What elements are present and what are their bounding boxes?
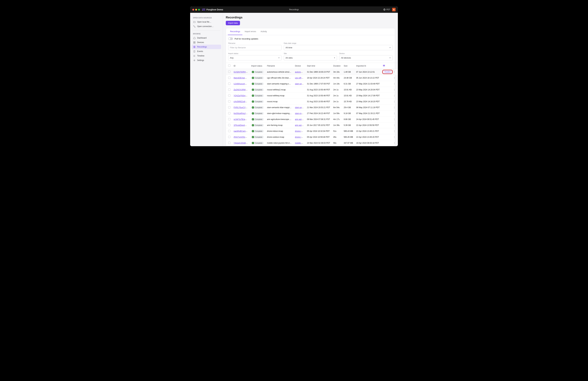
row-checkbox[interactable] <box>228 142 231 144</box>
sidebar-item-settings[interactable]: Settings <box>192 58 221 63</box>
minimize-window-button[interactable] <box>195 9 197 11</box>
sidebar-item-recordings[interactable]: Recordings <box>192 45 221 49</box>
recording-id-link[interactable]: UJxWAosvzhDzdXom <box>234 83 250 85</box>
column-duration[interactable]: Duration <box>332 63 342 69</box>
filter-site-select[interactable]: All sites ▼ <box>284 55 337 61</box>
filename-cell: mobile-robot-joystick-hill-climb.mcap <box>265 140 293 146</box>
user-avatar[interactable]: B <box>392 8 396 11</box>
device-link[interactable]: slam-seman… <box>295 106 305 109</box>
imported-cell: 22 Apr 2024 13:45:21 PDT <box>355 128 381 134</box>
column-device[interactable]: Device <box>293 63 305 69</box>
row-menu-icon[interactable]: ⋮ <box>393 130 396 133</box>
filter-device-select[interactable]: All devices ▼ <box>339 55 393 61</box>
filter-filename-input[interactable] <box>228 45 282 50</box>
column-imported[interactable]: Imported At <box>355 63 381 69</box>
row-menu-icon[interactable]: ⋮ <box>393 77 396 79</box>
tab-activity[interactable]: Activity <box>258 28 269 35</box>
tab-import-errors[interactable]: Import errors <box>242 28 258 35</box>
svg-rect-4 <box>194 42 195 42</box>
row-menu-icon[interactable]: ⋮ <box>393 83 396 85</box>
recording-id-link[interactable]: 1FKvskDwvdXcHnZw <box>234 124 250 126</box>
row-checkbox[interactable] <box>228 118 231 120</box>
sidebar-item-devices[interactable]: Devices <box>192 40 221 45</box>
row-checkbox[interactable] <box>228 89 231 91</box>
device-link[interactable]: drone-racin… <box>295 130 305 132</box>
row-checkbox[interactable] <box>228 70 231 73</box>
column-start[interactable]: Start time <box>305 63 332 69</box>
filter-device-label: Device <box>339 52 393 54</box>
filename-cell: slam-semantic-mapping-colosseum-… <box>265 81 293 87</box>
status-badge: ✓Complete <box>251 70 264 73</box>
recording-id-link[interactable]: htvSNzeRAqJpJNL3 <box>234 112 250 114</box>
sidebar-item-dashboard[interactable]: Dashboard <box>192 36 221 40</box>
close-window-button[interactable] <box>192 9 194 11</box>
row-menu-icon[interactable]: ⋮ <box>393 70 396 73</box>
column-size[interactable]: Size <box>342 63 355 69</box>
select-all-checkbox[interactable] <box>228 65 231 67</box>
row-menu-icon[interactable]: ⋮ <box>393 142 396 144</box>
recording-id-link[interactable]: cAvSW9ZJu8H9RgM3 <box>234 100 250 103</box>
chevron-down-icon: ▼ <box>389 47 391 48</box>
duration-cell: 4m 44s <box>332 75 342 81</box>
row-checkbox[interactable] <box>228 112 231 114</box>
device-link[interactable]: amr-agricult… <box>295 118 305 120</box>
check-icon: ✓ <box>252 118 254 120</box>
device-link[interactable]: mobile-robo… <box>295 142 305 144</box>
column-id[interactable]: ID <box>232 63 250 69</box>
recording-id-link[interactable]: 8jajyxEiEAqeWddZ <box>234 77 250 79</box>
device-link[interactable]: slam-seman… <box>295 83 305 85</box>
row-checkbox[interactable] <box>228 106 231 109</box>
columns-config-icon[interactable] <box>383 65 385 67</box>
device-link[interactable]: drone-racin… <box>295 136 305 138</box>
sidebar-item-open-connection[interactable]: Open connection… <box>192 24 221 29</box>
row-menu-icon[interactable]: ⋮ <box>393 112 396 115</box>
row-checkbox[interactable] <box>228 124 231 126</box>
row-menu-icon[interactable]: ⋮ <box>393 89 396 91</box>
column-status[interactable]: Import status <box>250 63 265 69</box>
device-link[interactable]: slam-rgbd-i… <box>295 112 305 114</box>
sidebar-item-open-local-file[interactable]: Open local file… <box>192 20 221 24</box>
recording-id-link[interactable]: Y4pgwCZDgB3gruTp <box>234 142 250 144</box>
row-checkbox[interactable] <box>228 100 231 103</box>
device-link[interactable]: ugv-offroad… <box>295 77 305 79</box>
device-link[interactable]: amr-agricult… <box>295 124 305 126</box>
poll-toggle[interactable] <box>228 37 233 40</box>
timezone-selector[interactable]: PDT <box>383 8 390 11</box>
row-checkbox[interactable] <box>228 136 231 138</box>
size-cell: 15.91 KB <box>342 93 355 99</box>
row-checkbox[interactable] <box>228 130 231 132</box>
row-checkbox[interactable] <box>228 77 231 79</box>
filter-daterange-select[interactable]: All time ▼ <box>284 45 393 50</box>
start-time-cell: 05 Apr 2024 10:59:48 PDT <box>305 134 332 140</box>
row-menu-icon[interactable]: ⋮ <box>393 94 396 97</box>
device-link[interactable]: autonomou… <box>295 71 305 73</box>
duration-cell: 1m 39s <box>332 122 342 128</box>
sidebar-item-timeline[interactable]: Timeline <box>192 54 221 58</box>
filter-status-select[interactable]: Any ▼ <box>228 55 282 61</box>
row-menu-icon[interactable]: ⋮ <box>393 118 396 121</box>
row-menu-icon[interactable]: ⋮ <box>393 136 396 138</box>
row-menu-icon[interactable]: ⋮ <box>393 124 396 127</box>
status-badge: ✓Complete <box>251 142 264 144</box>
folder-open-icon <box>193 21 196 23</box>
recording-id-link[interactable]: Zp2NGVURWRhCWoT4 <box>234 89 250 91</box>
row-menu-icon[interactable]: ⋮ <box>393 106 396 109</box>
duration-cell: 6m 54s <box>332 105 342 111</box>
recording-id-link[interactable]: YQAZaYNSmrdnY2y7 <box>234 94 250 97</box>
recording-id-link[interactable]: GUSjht763RHkKfvJ <box>234 71 250 73</box>
row-menu-icon[interactable]: ⋮ <box>393 100 396 103</box>
recording-id-link[interactable]: sc3oFJs7BJaCHg8r <box>234 118 250 120</box>
sidebar-item-events[interactable]: Events <box>192 49 221 54</box>
filter-site-label: Site <box>284 52 337 54</box>
visualize-button[interactable]: Visualize <box>383 70 392 73</box>
row-checkbox[interactable] <box>228 83 231 85</box>
recording-id-link[interactable]: rRnh7vmQDz73uqnN <box>234 136 250 138</box>
svg-rect-11 <box>384 65 384 66</box>
import-data-button[interactable]: Import data <box>226 21 240 25</box>
row-checkbox[interactable] <box>228 94 231 97</box>
maximize-window-button[interactable] <box>198 9 200 11</box>
recording-id-link[interactable]: naoWiyBCwmbYfsXU <box>234 130 250 132</box>
recording-id-link[interactable]: PXRLY5uvCVJBStnv <box>234 106 250 109</box>
tab-recordings[interactable]: Recordings <box>228 28 242 35</box>
column-filename[interactable]: Filename <box>265 63 293 69</box>
